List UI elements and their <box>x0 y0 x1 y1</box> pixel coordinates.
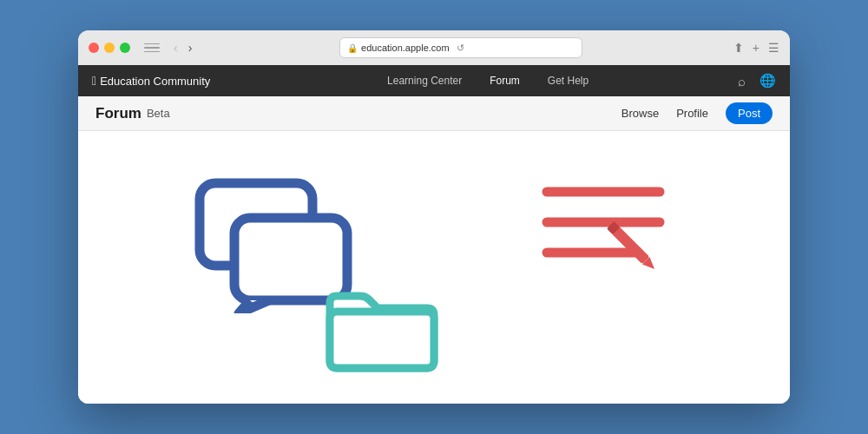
title-bar-actions: ⬆ + ☰ <box>733 41 779 55</box>
nav-bar:  Education Community Learning Center Fo… <box>78 65 790 96</box>
sub-nav: Forum Beta Browse Profile Post <box>78 96 790 131</box>
browse-link[interactable]: Browse <box>621 107 659 120</box>
nav-arrows: ‹ › <box>170 39 195 56</box>
window-controls <box>144 42 160 54</box>
new-tab-icon[interactable]: + <box>753 41 760 55</box>
minimize-button[interactable] <box>104 43 115 53</box>
refresh-icon[interactable]: ↺ <box>457 43 464 54</box>
nav-get-help[interactable]: Get Help <box>548 75 589 87</box>
back-arrow[interactable]: ‹ <box>170 39 181 56</box>
brand-label: Education Community <box>100 75 210 88</box>
folder-icon <box>321 279 443 374</box>
fullscreen-button[interactable] <box>120 43 130 53</box>
forum-title: Forum <box>95 105 141 122</box>
close-button[interactable] <box>89 43 99 53</box>
browser-window: ‹ › 🔒 education.apple.com ↺ ⬆ + ☰  Educ… <box>78 30 790 404</box>
brand[interactable]:  Education Community <box>92 74 210 88</box>
search-icon[interactable]: ⌕ <box>738 74 746 89</box>
main-content <box>78 131 790 404</box>
address-bar[interactable]: 🔒 education.apple.com ↺ <box>339 37 582 58</box>
nav-links: Learning Center Forum Get Help <box>238 75 738 87</box>
share-icon[interactable]: ⬆ <box>733 41 744 55</box>
nav-icons: ⌕ 🌐 <box>738 73 776 89</box>
sub-nav-right: Browse Profile Post <box>621 102 773 124</box>
post-button[interactable]: Post <box>726 102 773 124</box>
nav-learning-center[interactable]: Learning Center <box>387 75 462 87</box>
svg-rect-8 <box>612 227 650 265</box>
address-text: education.apple.com <box>361 43 450 53</box>
lock-icon: 🔒 <box>347 43 358 53</box>
list-edit-icon <box>538 166 686 305</box>
svg-rect-4 <box>330 312 434 368</box>
title-bar: ‹ › 🔒 education.apple.com ↺ ⬆ + ☰ <box>78 30 790 65</box>
tab-grid-icon[interactable] <box>144 42 160 54</box>
address-bar-container: 🔒 education.apple.com ↺ <box>202 37 719 58</box>
nav-forum[interactable]: Forum <box>490 75 520 87</box>
sidebar-icon[interactable]: ☰ <box>768 41 779 55</box>
forward-arrow[interactable]: › <box>185 39 196 56</box>
traffic-lights <box>89 43 130 53</box>
apple-logo-icon:  <box>92 74 96 88</box>
globe-icon[interactable]: 🌐 <box>760 73 776 89</box>
profile-link[interactable]: Profile <box>676 107 708 120</box>
beta-badge: Beta <box>147 107 170 120</box>
